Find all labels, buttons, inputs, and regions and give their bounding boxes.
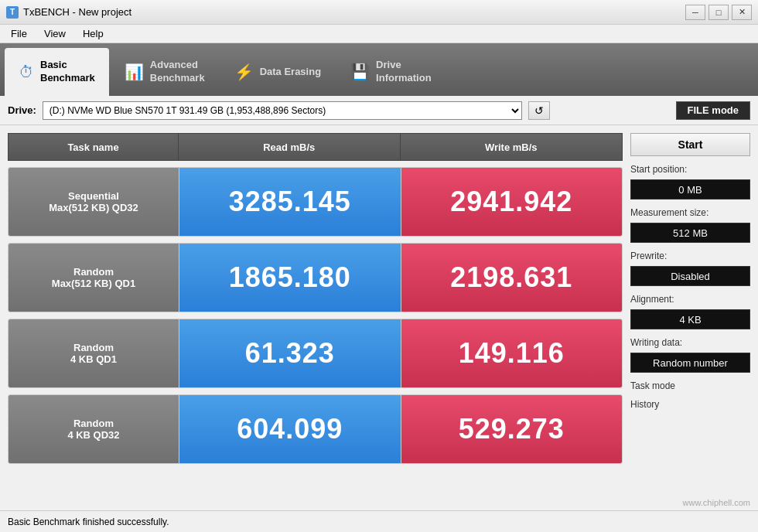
table-row: Sequential Max(512 KB) QD32 3285.145 294… [8, 167, 623, 237]
menu-bar: File View Help [0, 25, 758, 43]
read-sequential-qd32: 3285.145 [179, 168, 401, 236]
tab-advanced-benchmark-label: AdvancedBenchmark [150, 59, 205, 85]
write-random-4k-qd32: 529.273 [401, 395, 623, 463]
table-row: Random 4 KB QD32 604.099 529.273 [8, 394, 623, 464]
tab-advanced-benchmark[interactable]: 📊 AdvancedBenchmark [111, 48, 219, 96]
task-random-4k-qd1: Random 4 KB QD1 [9, 319, 179, 387]
writing-data-value: Random number [630, 353, 750, 373]
advanced-benchmark-icon: 📊 [125, 63, 144, 81]
table-row: Random 4 KB QD1 61.323 149.116 [8, 319, 623, 388]
drive-refresh-button[interactable]: ↺ [528, 101, 550, 120]
drive-label: Drive: [8, 104, 36, 116]
tab-data-erasing[interactable]: ⚡ Data Erasing [220, 48, 335, 96]
file-mode-button[interactable]: FILE mode [676, 101, 750, 120]
tab-data-erasing-label: Data Erasing [260, 66, 321, 79]
writing-data-label: Writing data: [630, 337, 750, 348]
alignment-value: 4 KB [630, 309, 750, 329]
window-title: TxBENCH - New project [23, 6, 131, 18]
header-read: Read mB/s [179, 134, 401, 160]
status-bar: Basic Benchmark finished successfully. [0, 510, 758, 532]
title-bar-controls: ─ □ ✕ [685, 5, 752, 20]
main-content: Task name Read mB/s Write mB/s Sequentia… [0, 125, 758, 510]
basic-benchmark-icon: ⏱ [19, 63, 34, 81]
status-message: Basic Benchmark finished successfully. [8, 517, 169, 527]
tab-basic-benchmark[interactable]: ⏱ BasicBenchmark [5, 48, 109, 96]
task-random-512k-qd1: Random Max(512 KB) QD1 [9, 244, 179, 312]
maximize-button[interactable]: □ [708, 5, 729, 20]
start-position-label: Start position: [630, 164, 750, 175]
data-erasing-icon: ⚡ [234, 63, 254, 81]
read-random-4k-qd1: 61.323 [179, 319, 401, 387]
measurement-size-label: Measurement size: [630, 207, 750, 218]
write-random-512k-qd1: 2198.631 [401, 244, 623, 312]
menu-file[interactable]: File [3, 26, 35, 41]
drive-select[interactable]: (D:) NVMe WD Blue SN570 1T 931.49 GB (1,… [43, 101, 522, 120]
tab-drive-information[interactable]: 💾 DriveInformation [336, 48, 446, 96]
close-button[interactable]: ✕ [732, 5, 752, 20]
minimize-button[interactable]: ─ [685, 5, 705, 20]
benchmark-header: Task name Read mB/s Write mB/s [8, 133, 623, 161]
table-row: Random Max(512 KB) QD1 1865.180 2198.631 [8, 243, 623, 312]
prewrite-label: Prewrite: [630, 251, 750, 261]
watermark: www.chiphell.com [683, 498, 750, 507]
header-task-name: Task name [9, 134, 179, 160]
write-random-4k-qd1: 149.116 [401, 319, 623, 387]
start-button[interactable]: Start [630, 133, 750, 156]
benchmark-area: Task name Read mB/s Write mB/s Sequentia… [8, 133, 623, 503]
drive-row: Drive: (D:) NVMe WD Blue SN570 1T 931.49… [0, 96, 758, 125]
tab-bar: ⏱ BasicBenchmark 📊 AdvancedBenchmark ⚡ D… [0, 43, 758, 96]
menu-view[interactable]: View [36, 26, 73, 41]
history-label: History [630, 399, 750, 410]
task-random-4k-qd32: Random 4 KB QD32 [9, 395, 179, 463]
drive-information-icon: 💾 [350, 63, 370, 81]
title-bar: T TxBENCH - New project ─ □ ✕ [0, 0, 758, 25]
tab-basic-benchmark-label: BasicBenchmark [40, 59, 95, 85]
start-position-value: 0 MB [630, 179, 750, 200]
menu-help[interactable]: Help [75, 26, 111, 41]
write-sequential-qd32: 2941.942 [401, 168, 623, 236]
alignment-label: Alignment: [630, 294, 750, 305]
right-panel: Start Start position: 0 MB Measurement s… [630, 133, 750, 503]
read-random-4k-qd32: 604.099 [179, 395, 401, 463]
tab-drive-information-label: DriveInformation [376, 59, 432, 85]
measurement-size-value: 512 MB [630, 223, 750, 243]
header-write: Write mB/s [401, 134, 623, 160]
title-bar-left: T TxBENCH - New project [6, 6, 131, 19]
prewrite-value: Disabled [630, 266, 750, 286]
read-random-512k-qd1: 1865.180 [179, 244, 401, 312]
task-sequential-qd32: Sequential Max(512 KB) QD32 [9, 168, 179, 236]
app-icon: T [6, 6, 19, 19]
task-mode-label: Task mode [630, 380, 750, 391]
